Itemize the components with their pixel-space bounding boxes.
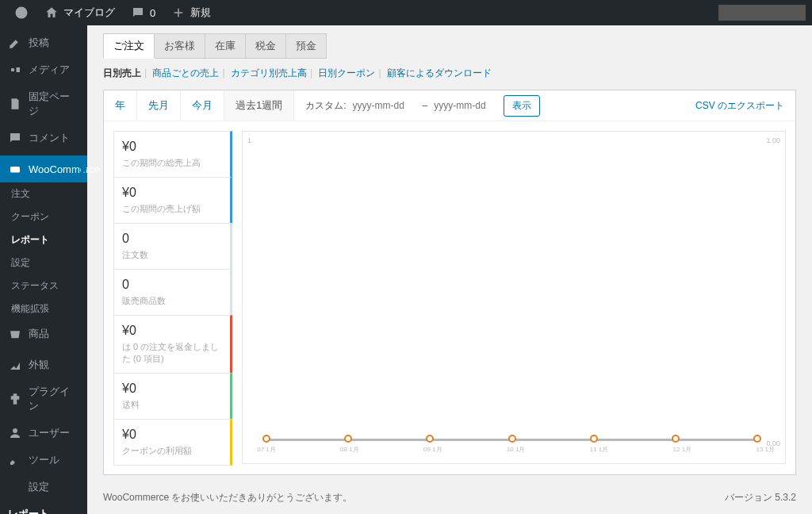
chart-point bbox=[672, 435, 680, 443]
main-content: ご注文 お客様 在庫 税金 預金 日別売上| 商品ごとの売上| カテゴリ別売上高… bbox=[87, 25, 812, 514]
range-lastmonth[interactable]: 先月 bbox=[137, 90, 181, 121]
new-label: 新規 bbox=[190, 6, 211, 20]
tab-customers[interactable]: お客様 bbox=[155, 33, 205, 59]
sidebar-item-media[interactable]: メディア bbox=[0, 56, 87, 83]
sidebar-sub-coupons[interactable]: クーポン bbox=[0, 205, 87, 228]
date-to-input[interactable] bbox=[434, 100, 497, 111]
admin-bar: マイブログ 0 新規 bbox=[0, 0, 812, 25]
stat-card[interactable]: ¥0クーボンの利用額 bbox=[113, 419, 232, 466]
stat-value: 0 bbox=[122, 278, 222, 292]
stat-label: 販売商品数 bbox=[122, 295, 222, 307]
svg-rect-2 bbox=[10, 167, 20, 173]
stat-card[interactable]: 0注文数 bbox=[113, 223, 232, 270]
sidebar-item-plugins[interactable]: プラグイン bbox=[0, 378, 87, 420]
subnav-bycategory[interactable]: カテゴリ別売上高 bbox=[231, 67, 307, 79]
stat-label: クーボンの利用額 bbox=[122, 445, 222, 457]
custom-label: カスタム: bbox=[305, 99, 346, 113]
stat-card[interactable]: ¥0は 0 の注文を返金しました (0 項目) bbox=[113, 315, 232, 374]
wp-logo[interactable] bbox=[6, 0, 36, 25]
sidebar-item-settings[interactable]: 設定 bbox=[0, 474, 87, 501]
tab-stock[interactable]: 在庫 bbox=[205, 33, 246, 59]
stat-label: 注文数 bbox=[122, 249, 222, 261]
sidebar-sub-orders[interactable]: 注文 bbox=[0, 182, 87, 205]
svg-point-3 bbox=[13, 428, 17, 433]
xtick: 09 1月 bbox=[423, 445, 442, 454]
sidebar-item-posts[interactable]: 投稿 bbox=[0, 29, 87, 56]
chart-point bbox=[262, 435, 270, 443]
stat-label: この期間の売上げ額 bbox=[122, 203, 222, 215]
sidebar-item-woocommerce[interactable]: WooCommerce bbox=[0, 155, 87, 182]
sidebar-sub-extensions[interactable]: 機能拡張 bbox=[0, 297, 87, 320]
subnav-byproduct[interactable]: 商品ごとの売上 bbox=[152, 67, 219, 79]
comments-link[interactable]: 0 bbox=[123, 0, 163, 25]
report-subnav: 日別売上| 商品ごとの売上| カテゴリ別売上高| 日別クーポン| 顧客によるダウ… bbox=[103, 67, 796, 80]
tab-orders[interactable]: ご注文 bbox=[103, 33, 155, 59]
footer-right: バージョン 5.3.2 bbox=[725, 491, 796, 504]
user-area[interactable] bbox=[718, 5, 806, 21]
export-csv[interactable]: CSV のエクスポート bbox=[672, 99, 795, 113]
footer: WooCommerce をお使いいただきありがとうございます。 バージョン 5.… bbox=[103, 475, 796, 514]
stat-card[interactable]: 0販売商品数 bbox=[113, 269, 232, 316]
subnav-daily[interactable]: 日別売上 bbox=[103, 67, 141, 79]
custom-range: カスタム: – 表示 bbox=[294, 95, 551, 117]
sidebar-item-users[interactable]: ユーザー bbox=[0, 420, 87, 447]
tab-deposits[interactable]: 預金 bbox=[286, 33, 327, 59]
report-panel: 年 先月 今月 過去1週間 カスタム: – 表示 CSV のエクスポート bbox=[103, 90, 796, 475]
sidebar-item-comments[interactable]: コメント bbox=[0, 125, 87, 152]
site-link[interactable]: マイブログ bbox=[36, 0, 123, 25]
report-tabs: ご注文 お客様 在庫 税金 預金 bbox=[103, 33, 796, 59]
date-from-input[interactable] bbox=[353, 100, 416, 111]
sidebar-item-appearance[interactable]: 外観 bbox=[0, 351, 87, 378]
show-button[interactable]: 表示 bbox=[504, 95, 540, 117]
stat-value: 0 bbox=[122, 232, 222, 246]
svg-point-0 bbox=[16, 7, 28, 19]
stat-card[interactable]: ¥0この期間の売上げ額 bbox=[113, 177, 232, 224]
xtick: 11 1月 bbox=[590, 445, 609, 454]
stat-card[interactable]: ¥0この期間の総売上高 bbox=[113, 131, 232, 178]
range-thismonth[interactable]: 今月 bbox=[181, 90, 224, 121]
sales-chart: 1 1.00 0.00 07 1月08 1月09 1月10 1月11 1月12 … bbox=[242, 131, 786, 464]
chart-point bbox=[426, 435, 434, 443]
svg-point-1 bbox=[11, 68, 15, 72]
xtick: 13 1月 bbox=[756, 445, 775, 454]
sidebar-item-reports[interactable]: レポート bbox=[0, 501, 87, 514]
sidebar-item-pages[interactable]: 固定ページ bbox=[0, 83, 87, 125]
stat-card[interactable]: ¥0送料 bbox=[113, 373, 232, 420]
sidebar-item-products[interactable]: 商品 bbox=[0, 320, 87, 347]
xtick: 08 1月 bbox=[340, 445, 359, 454]
stat-value: ¥0 bbox=[122, 140, 222, 154]
range-year[interactable]: 年 bbox=[104, 90, 137, 121]
stat-label: 送料 bbox=[122, 399, 222, 411]
ytick-top: 1 bbox=[247, 136, 251, 144]
chart-point bbox=[753, 435, 761, 443]
stat-label: は 0 の注文を返金しました (0 項目) bbox=[122, 341, 222, 365]
xtick: 12 1月 bbox=[673, 445, 692, 454]
admin-sidebar: 投稿 メディア 固定ページ コメント WooCommerce 注文 クーポン レ… bbox=[0, 25, 87, 514]
site-name: マイブログ bbox=[63, 6, 115, 20]
xtick: 07 1月 bbox=[257, 445, 276, 454]
chart-point bbox=[344, 435, 352, 443]
tab-tax[interactable]: 税金 bbox=[246, 33, 286, 59]
subnav-downloads[interactable]: 顧客によるダウンロード bbox=[387, 67, 492, 79]
new-link[interactable]: 新規 bbox=[163, 0, 219, 25]
footer-left: WooCommerce をお使いいただきありがとうございます。 bbox=[103, 491, 352, 504]
stats-column: ¥0この期間の総売上高¥0この期間の売上げ額0注文数0販売商品数¥0は 0 の注… bbox=[113, 131, 232, 465]
sidebar-sub-settings[interactable]: 設定 bbox=[0, 251, 87, 274]
stat-label: この期間の総売上高 bbox=[122, 157, 222, 169]
sidebar-sub-status[interactable]: ステータス bbox=[0, 274, 87, 297]
sidebar-sub-reports[interactable]: レポート bbox=[0, 228, 87, 251]
panel-head: 年 先月 今月 過去1週間 カスタム: – 表示 CSV のエクスポート bbox=[104, 90, 795, 121]
stat-value: ¥0 bbox=[122, 382, 222, 396]
date-dash: – bbox=[423, 100, 428, 111]
chart-point bbox=[508, 435, 516, 443]
sidebar-item-tools[interactable]: ツール bbox=[0, 447, 87, 474]
stat-value: ¥0 bbox=[122, 324, 222, 338]
range-last7[interactable]: 過去1週間 bbox=[224, 90, 294, 121]
chart-point bbox=[590, 435, 598, 443]
stat-value: ¥0 bbox=[122, 428, 222, 442]
xtick: 10 1月 bbox=[507, 445, 526, 454]
stat-value: ¥0 bbox=[122, 186, 222, 200]
subnav-coupons[interactable]: 日別クーポン bbox=[318, 67, 375, 79]
comment-count: 0 bbox=[150, 7, 155, 19]
ytick-right-top: 1.00 bbox=[766, 136, 780, 144]
